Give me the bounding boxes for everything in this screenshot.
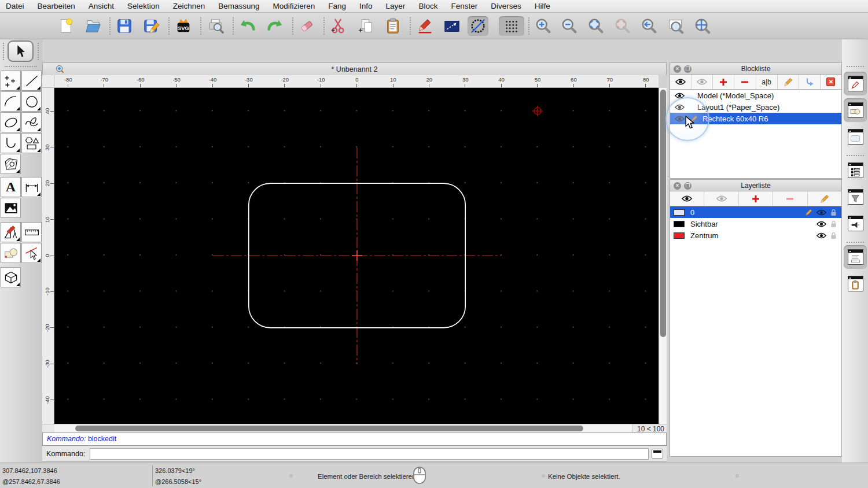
text-tool-button[interactable]: A [1, 177, 21, 197]
layer-lock-icon[interactable] [830, 220, 837, 228]
edit-block-button[interactable] [778, 75, 799, 89]
menu-bemassung[interactable]: Bemassung [218, 2, 259, 10]
selection-filter-toggle-button[interactable] [844, 185, 867, 209]
layer-color-swatch[interactable] [674, 209, 685, 216]
measure-tool-button[interactable] [21, 222, 42, 242]
solid-tool-button[interactable] [1, 267, 21, 287]
pan-button[interactable] [692, 16, 713, 36]
menu-fenster[interactable]: Fenster [451, 2, 477, 10]
layer-visibility-eye-icon[interactable] [816, 221, 826, 227]
menu-block[interactable]: Block [418, 2, 437, 10]
menu-bearbeiten[interactable]: Bearbeiten [38, 2, 75, 10]
layer-row-0-selected[interactable]: 0 [670, 206, 841, 218]
new-document-button[interactable] [56, 16, 76, 36]
modify-tool-button[interactable] [1, 222, 21, 242]
property-editor-toggle-button[interactable] [844, 72, 867, 95]
copy-button[interactable] [355, 16, 376, 36]
toolbar-handle[interactable] [5, 66, 37, 67]
zoom-selection-button[interactable] [612, 16, 633, 36]
selection-tool-button[interactable] [8, 40, 34, 62]
save-as-button[interactable] [141, 16, 162, 36]
menu-diverses[interactable]: Diverses [491, 2, 521, 10]
toolbar-handle[interactable] [3, 43, 4, 60]
layer-color-swatch[interactable] [674, 232, 685, 239]
undo-button[interactable] [237, 16, 258, 36]
menu-datei[interactable]: Datei [6, 2, 24, 10]
command-line-toggle-button[interactable] [844, 245, 867, 269]
print-preview-button[interactable] [205, 16, 226, 36]
selection-rectangle-button[interactable] [442, 16, 462, 36]
menu-info[interactable]: Info [359, 2, 373, 10]
close-panel-button[interactable]: ✕ [674, 65, 681, 73]
float-panel-button[interactable]: ❐ [684, 65, 692, 73]
command-input[interactable] [90, 448, 649, 460]
command-window-toggle-button[interactable] [652, 449, 663, 459]
auto-zoom-button[interactable] [586, 16, 606, 36]
drawing-canvas[interactable] [54, 88, 659, 424]
block-tool-button[interactable] [1, 243, 21, 263]
clipboard-panel-toggle-button[interactable] [844, 272, 867, 295]
horizontal-scrollbar[interactable] [54, 424, 632, 433]
horizontal-scrollbar-thumb[interactable] [75, 426, 583, 431]
layer-visibility-eye-icon[interactable] [816, 209, 826, 216]
svg-export-button[interactable]: SVG [173, 16, 194, 36]
block-visibility-eye-icon[interactable] [675, 116, 685, 122]
hide-all-layers-button[interactable] [704, 191, 738, 206]
menu-hilfe[interactable]: Hilfe [535, 2, 550, 10]
menu-modifizieren[interactable]: Modifizieren [273, 2, 315, 10]
hide-all-blocks-button[interactable] [692, 75, 713, 89]
layer-lock-icon[interactable] [830, 209, 837, 216]
menu-fang[interactable]: Fang [328, 2, 346, 10]
rename-block-button[interactable]: a|b [756, 75, 778, 89]
polyline-tool-button[interactable] [1, 133, 21, 153]
menu-selektion[interactable]: Selektion [127, 2, 160, 10]
vertical-scrollbar-thumb[interactable] [660, 90, 666, 337]
delete-eraser-button[interactable] [296, 16, 317, 36]
dimension-tool-button[interactable] [21, 177, 42, 197]
save-button[interactable] [114, 16, 135, 36]
cut-button[interactable] [328, 16, 349, 36]
zoom-in-button[interactable] [533, 16, 554, 36]
layer-lock-icon[interactable] [830, 232, 837, 239]
layer-edit-pencil-icon[interactable] [805, 209, 812, 216]
toolbar-handle[interactable] [38, 43, 39, 60]
edit-layer-button[interactable] [808, 191, 841, 206]
image-tool-button[interactable] [1, 198, 21, 218]
grid-toggle-button[interactable] [499, 16, 524, 36]
paste-button[interactable] [382, 16, 403, 36]
layer-row-sichtbar[interactable]: Sichtbar [670, 218, 841, 230]
ellipse-tool-button[interactable] [1, 112, 21, 132]
show-all-layers-button[interactable] [670, 191, 704, 206]
shape-tool-button[interactable] [21, 133, 42, 153]
insert-block-button[interactable] [799, 75, 821, 89]
restrict-off-button[interactable] [468, 16, 488, 36]
layer-color-swatch[interactable] [674, 221, 685, 227]
zoom-window-button[interactable] [665, 16, 686, 36]
menu-zeichnen[interactable]: Zeichnen [173, 2, 205, 10]
block-list-toggle-button[interactable] [844, 98, 867, 122]
circle-tool-button[interactable] [21, 91, 42, 112]
draw-freehand-button[interactable] [414, 16, 435, 36]
redo-button[interactable] [264, 16, 285, 36]
vertical-scrollbar[interactable] [659, 88, 667, 424]
point-tool-button[interactable] [1, 71, 21, 91]
close-panel-button[interactable]: ✕ [674, 182, 681, 190]
toolbar-handle[interactable] [847, 66, 864, 67]
block-row-rechteck-selected[interactable]: Rechteck 60x40 R6 [670, 113, 841, 124]
add-layer-button[interactable] [739, 191, 773, 206]
layer-visibility-eye-icon[interactable] [816, 232, 826, 239]
remove-layer-button[interactable] [773, 191, 807, 206]
zoom-previous-button[interactable] [639, 16, 660, 36]
float-panel-button[interactable]: ❐ [684, 182, 692, 190]
arc-tool-button[interactable] [1, 91, 21, 112]
document-title-bar[interactable]: * Unbenannt 2 [42, 62, 667, 75]
line-tool-button[interactable] [21, 71, 42, 91]
zoom-out-button[interactable] [559, 16, 580, 36]
layer-row-zentrum[interactable]: Zentrum [670, 230, 841, 241]
block-row-layout1[interactable]: Layout1 (*Paper_Space) [670, 101, 841, 113]
purge-block-button[interactable]: ✕ [821, 75, 841, 89]
modify-selection-tool-button[interactable] [21, 243, 42, 263]
layer-list-toggle-button[interactable] [844, 158, 867, 182]
menu-layer[interactable]: Layer [386, 2, 406, 10]
reference-view-toggle-button[interactable] [844, 212, 867, 235]
